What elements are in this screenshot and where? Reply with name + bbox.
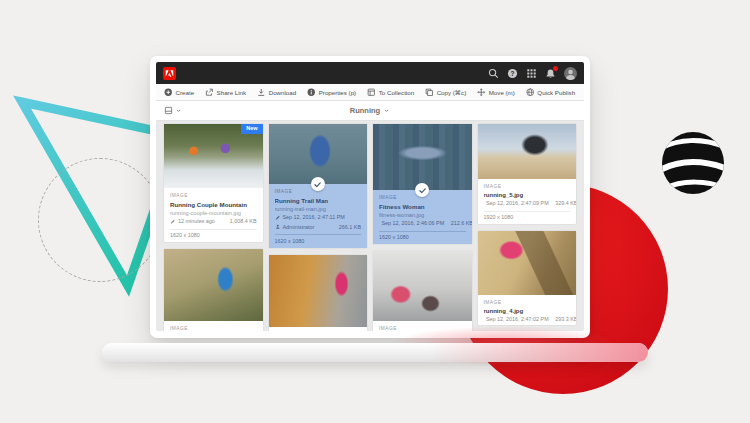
asset-filename: fitness-woman.jpg — [379, 212, 466, 218]
asset-title: Running Trail Man — [275, 197, 362, 204]
copy-icon — [425, 88, 434, 97]
toolbar-label: Create — [176, 89, 195, 96]
user-text: Administrator — [283, 224, 315, 231]
asset-size: 329.4 KB — [551, 200, 576, 207]
view-switcher[interactable] — [164, 106, 182, 115]
asset-thumbnail — [478, 231, 577, 295]
asset-edited-row: Sep 12, 2016, 2:46:06 PM212.6 KB — [379, 220, 466, 227]
selection-overlay — [373, 124, 472, 190]
toolbar-download[interactable]: Download — [257, 88, 296, 97]
edited-text: Sep 12, 2016, 2:47:02 PM — [486, 316, 549, 323]
asset-type-label: IMAGE — [379, 326, 466, 331]
toolbar-properties-p[interactable]: Properties (p) — [307, 88, 356, 97]
asset-card-info: IMAGErunning_5.jpgSep 12, 2016, 2:47:09 … — [478, 179, 577, 224]
svg-text:?: ? — [511, 69, 515, 76]
folder-title-dropdown[interactable]: Running — [156, 106, 584, 115]
asset-card-running-5[interactable]: IMAGErunning_5.jpgSep 12, 2016, 2:47:09 … — [477, 123, 578, 225]
chevron-down-icon — [383, 107, 390, 114]
laptop-base — [102, 343, 648, 362]
asset-column: IMAGERunning Trail Manrunning-trail-man.… — [268, 123, 369, 331]
toolbar-create[interactable]: Create — [164, 88, 194, 97]
asset-type-label: IMAGE — [170, 193, 257, 199]
adobe-logo[interactable] — [163, 67, 176, 80]
notification-badge — [553, 66, 558, 71]
asset-column: IMAGEFitness Womanfitness-woman.jpgSep 1… — [372, 123, 473, 331]
asset-size: 212.6 KB — [447, 220, 472, 227]
edited-text: 12 minutes ago — [178, 218, 215, 225]
toolbar-label: Move (m) — [489, 89, 515, 96]
asset-column: IMAGErunning_5.jpgSep 12, 2016, 2:47:09 … — [477, 123, 578, 326]
selected-check-icon[interactable] — [415, 183, 429, 197]
asset-edited-row: 12 minutes ago1,008.4 KB — [170, 218, 257, 225]
bell-icon[interactable] — [545, 68, 556, 79]
asset-card-grid: NewIMAGERunning Couple Mountainrunning-c… — [156, 121, 584, 331]
aem-assets-window: ? CreateShare LinkDownloadProperties (p)… — [156, 62, 584, 331]
asset-card-running-3[interactable]: IMAGErunning_3.jpg — [372, 250, 473, 331]
laptop-screen: ? CreateShare LinkDownloadProperties (p)… — [150, 56, 590, 338]
search-icon[interactable] — [488, 68, 499, 79]
asset-type-label: IMAGE — [484, 184, 571, 190]
asset-card-info: IMAGERunning Couple Mountainrunning-coup… — [164, 188, 263, 242]
toolbar-label: To Collection — [379, 89, 414, 96]
asset-action-toolbar: CreateShare LinkDownloadProperties (p)To… — [156, 84, 584, 101]
toolbar-label: Share Link — [217, 89, 247, 96]
edited-text: Sep 12, 2016, 2:47:11 PM — [283, 214, 345, 221]
apps-grid-icon[interactable] — [526, 68, 537, 79]
edited-text: Sep 12, 2016, 2:46:06 PM — [382, 220, 445, 227]
selected-check-icon[interactable] — [311, 177, 325, 191]
toolbar-share-link[interactable]: Share Link — [205, 88, 246, 97]
asset-size: 1,008.4 KB — [226, 218, 257, 225]
toolbar-to-collection[interactable]: To Collection — [367, 88, 414, 97]
toolbar-quick-publish[interactable]: Quick Publish — [526, 88, 575, 97]
download-icon — [257, 88, 266, 97]
asset-filename: running-trail-man.jpg — [275, 206, 362, 212]
asset-card-info: IMAGErunning_3.jpg — [373, 321, 472, 331]
asset-dimensions: 1920 x 1080 — [484, 211, 571, 223]
selection-overlay — [269, 124, 368, 184]
striped-sphere-logo — [660, 130, 726, 196]
asset-edited-row: Sep 12, 2016, 2:47:09 PM329.4 KB — [484, 200, 571, 207]
move-icon — [477, 88, 486, 97]
asset-title: Fitness Woman — [379, 203, 466, 210]
asset-filename: running_5.jpg — [484, 192, 571, 198]
asset-type-label: IMAGE — [484, 300, 571, 306]
chevron-down-icon — [175, 107, 182, 114]
asset-thumbnail — [373, 251, 472, 321]
help-icon[interactable]: ? — [507, 68, 518, 79]
asset-card-fitness-woman[interactable]: IMAGEFitness Womanfitness-woman.jpgSep 1… — [372, 123, 473, 245]
asset-card-info: IMAGErunning_1.jpg — [269, 327, 368, 332]
plus-circle-icon — [164, 88, 173, 97]
asset-user-row: Administrator266.1 KB — [275, 224, 362, 231]
asset-title: Running Couple Mountain — [170, 201, 257, 208]
globe-icon — [526, 88, 535, 97]
toolbar-label: Download — [269, 89, 297, 96]
dashed-circle-decoration — [38, 158, 162, 282]
asset-dimensions: 1620 x 1080 — [275, 234, 362, 246]
asset-card-running-4[interactable]: IMAGErunning_4.jpgSep 12, 2016, 2:47:02 … — [477, 230, 578, 326]
asset-card-running-trail-man[interactable]: IMAGERunning Trail Manrunning-trail-man.… — [268, 123, 369, 249]
asset-thumbnail — [269, 124, 368, 184]
asset-size: 293.3 KB — [551, 316, 576, 323]
asset-thumbnail: New — [164, 124, 263, 188]
asset-card-info: IMAGErunning_4.jpgSep 12, 2016, 2:47:02 … — [478, 295, 577, 325]
toolbar-move-m[interactable]: Move (m) — [477, 88, 515, 97]
toolbar-copy-c[interactable]: Copy (⌘c) — [425, 88, 466, 97]
asset-dimensions: 1620 x 1080 — [379, 231, 466, 243]
toolbar-label: Copy (⌘c) — [437, 89, 467, 96]
asset-thumbnail — [373, 124, 472, 190]
info-circle-icon — [307, 88, 316, 97]
asset-card-info: IMAGEFitness Womanfitness-woman.jpgSep 1… — [373, 190, 472, 244]
user-icon — [275, 224, 281, 230]
asset-edited-row: Sep 12, 2016, 2:47:11 PM — [275, 214, 362, 221]
asset-card-running-couple-mountain[interactable]: NewIMAGERunning Couple Mountainrunning-c… — [163, 123, 264, 243]
asset-thumbnail — [269, 255, 368, 327]
asset-size: 266.1 KB — [335, 224, 361, 231]
asset-thumbnail — [478, 124, 577, 179]
asset-edited-row: Sep 12, 2016, 2:47:02 PM293.3 KB — [484, 316, 571, 323]
user-avatar[interactable] — [564, 67, 577, 80]
asset-card-mountain-trail-runner[interactable]: IMAGE — [163, 248, 264, 331]
edited-text: Sep 12, 2016, 2:47:09 PM — [486, 200, 549, 207]
new-badge: New — [241, 124, 262, 134]
marketing-hero-scene: ? CreateShare LinkDownloadProperties (p)… — [0, 0, 750, 423]
asset-card-running-1[interactable]: IMAGErunning_1.jpg — [268, 254, 369, 332]
